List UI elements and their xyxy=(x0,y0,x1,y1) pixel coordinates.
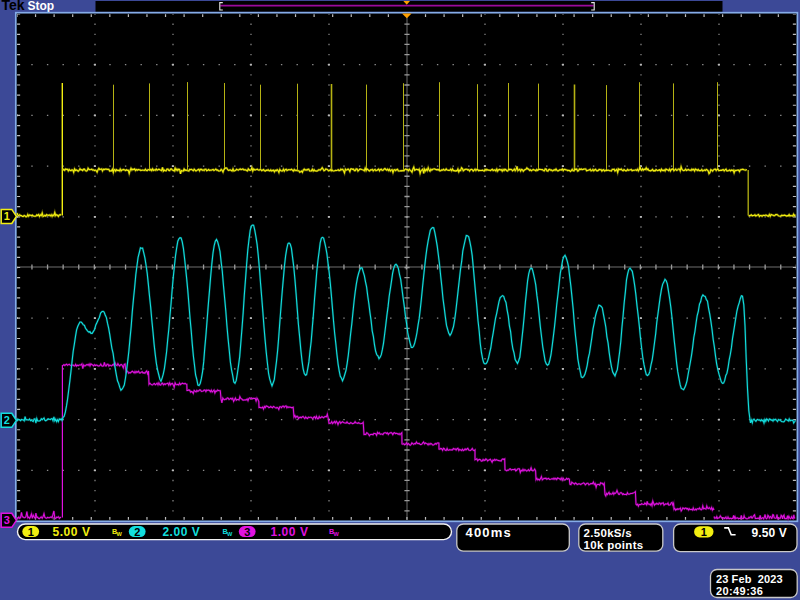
svg-text:W: W xyxy=(334,531,340,537)
svg-text:2.50kS/s: 2.50kS/s xyxy=(584,527,632,539)
svg-text:23 Feb 2023: 23 Feb 2023 xyxy=(716,573,783,585)
svg-text:Tek: Tek xyxy=(2,0,25,13)
svg-text:5.00 V: 5.00 V xyxy=(53,525,91,539)
svg-text:3: 3 xyxy=(244,526,250,538)
svg-text:2: 2 xyxy=(134,526,140,538)
svg-text:Stop: Stop xyxy=(28,0,55,13)
svg-text:400ms: 400ms xyxy=(466,525,512,540)
svg-text:W: W xyxy=(117,531,123,537)
svg-text:10k points: 10k points xyxy=(584,539,644,551)
svg-text:9.50 V: 9.50 V xyxy=(752,526,787,540)
svg-text:3: 3 xyxy=(4,514,10,526)
svg-text:1: 1 xyxy=(701,526,707,538)
svg-text:20:49:36: 20:49:36 xyxy=(716,585,763,597)
svg-text:1: 1 xyxy=(4,210,10,222)
svg-text:2.00 V: 2.00 V xyxy=(162,525,200,539)
svg-text:1: 1 xyxy=(28,526,34,538)
svg-text:W: W xyxy=(227,531,233,537)
svg-text:2: 2 xyxy=(4,414,10,426)
svg-text:1.00 V: 1.00 V xyxy=(271,525,309,539)
